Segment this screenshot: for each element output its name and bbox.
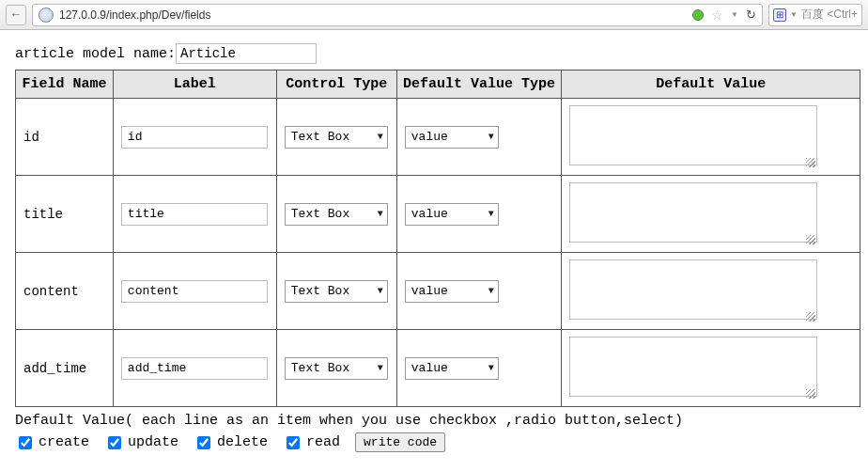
table-row: idText Box▼value▼ — [16, 99, 860, 176]
table-header-row: Field Name Label Control Type Default Va… — [16, 71, 860, 99]
default-value-type-select[interactable]: value▼ — [405, 203, 499, 226]
url-bar-right: ☆ ▼ ↻ — [692, 8, 756, 23]
field-name-cell: add_time — [16, 330, 114, 407]
default-value-type-value: value — [411, 207, 448, 221]
field-name-cell: title — [16, 176, 114, 253]
header-default-value-type: Default Value Type — [396, 71, 561, 99]
search-placeholder: 百度 <Ctrl+ — [801, 7, 858, 23]
label-input[interactable] — [121, 357, 268, 380]
update-checkbox-label[interactable]: update — [104, 433, 178, 452]
url-text: 127.0.0.9/index.php/Dev/fields — [59, 8, 210, 22]
control-type-select[interactable]: Text Box▼ — [285, 126, 388, 149]
url-bar[interactable]: 127.0.0.9/index.php/Dev/fields ☆ ▼ ↻ — [32, 4, 763, 26]
default-value-textarea[interactable] — [569, 182, 817, 243]
control-type-cell: Text Box▼ — [276, 99, 396, 176]
model-name-row: article model name: — [15, 43, 853, 64]
default-value-type-value: value — [411, 361, 448, 375]
table-row: contentText Box▼value▼ — [16, 253, 860, 330]
control-type-cell: Text Box▼ — [276, 176, 396, 253]
default-value-type-select[interactable]: value▼ — [405, 280, 499, 303]
header-label: Label — [113, 71, 276, 99]
create-checkbox-label[interactable]: create — [15, 433, 89, 452]
default-value-type-value: value — [411, 284, 448, 298]
control-type-select[interactable]: Text Box▼ — [285, 357, 388, 380]
page-body: article model name: Field Name Label Con… — [0, 30, 868, 465]
chevron-down-icon: ▼ — [488, 132, 494, 142]
label-input[interactable] — [121, 203, 268, 226]
chevron-down-icon: ▼ — [488, 286, 494, 296]
bookmark-icon[interactable]: ☆ — [711, 8, 723, 23]
default-value-cell — [562, 253, 860, 330]
control-type-cell: Text Box▼ — [276, 330, 396, 407]
field-name-cell: id — [16, 99, 114, 176]
chevron-down-icon: ▼ — [488, 363, 494, 373]
update-text: update — [128, 434, 178, 450]
label-cell — [113, 330, 276, 407]
checkbox-row: create update delete read write code — [15, 432, 853, 452]
browser-toolbar: ← 127.0.0.9/index.php/Dev/fields ☆ ▼ ↻ ⊞… — [0, 0, 868, 30]
default-value-type-cell: value▼ — [396, 253, 561, 330]
header-field-name: Field Name — [16, 71, 114, 99]
label-input[interactable] — [121, 280, 268, 303]
chevron-down-icon: ▼ — [378, 209, 383, 219]
delete-checkbox-label[interactable]: delete — [194, 433, 268, 452]
fields-table: Field Name Label Control Type Default Va… — [15, 70, 860, 407]
chevron-down-icon: ▼ — [488, 209, 494, 219]
table-row: add_timeText Box▼value▼ — [16, 330, 860, 407]
default-value-type-value: value — [411, 130, 448, 144]
control-type-cell: Text Box▼ — [276, 253, 396, 330]
default-value-cell — [562, 330, 860, 407]
read-checkbox[interactable] — [287, 436, 300, 449]
default-value-type-cell: value▼ — [396, 330, 561, 407]
default-value-textarea[interactable] — [569, 259, 817, 320]
status-icon — [692, 9, 704, 21]
read-text: read — [306, 434, 340, 450]
search-bar[interactable]: ⊞ ▼ 百度 <Ctrl+ — [768, 4, 862, 26]
model-name-input[interactable] — [176, 43, 317, 64]
control-type-value: Text Box — [291, 207, 349, 221]
default-value-type-select[interactable]: value▼ — [405, 126, 499, 149]
create-text: create — [39, 434, 89, 450]
control-type-select[interactable]: Text Box▼ — [285, 280, 388, 303]
control-type-select[interactable]: Text Box▼ — [285, 203, 388, 226]
default-value-hint: Default Value( each line as an item when… — [15, 413, 853, 429]
read-checkbox-label[interactable]: read — [283, 433, 340, 452]
model-name-label: article model name: — [15, 46, 176, 62]
globe-icon — [39, 8, 54, 23]
default-value-textarea[interactable] — [569, 105, 817, 165]
label-cell — [113, 99, 276, 176]
label-cell — [113, 176, 276, 253]
label-input[interactable] — [121, 126, 268, 149]
default-value-cell — [562, 99, 860, 176]
create-checkbox[interactable] — [19, 436, 32, 449]
default-value-cell — [562, 176, 860, 253]
back-button[interactable]: ← — [6, 5, 26, 25]
default-value-textarea[interactable] — [569, 337, 817, 397]
update-checkbox[interactable] — [108, 436, 121, 449]
chevron-down-icon: ▼ — [378, 363, 383, 373]
label-cell — [113, 253, 276, 330]
search-dropdown-icon[interactable]: ▼ — [790, 10, 798, 19]
header-control-type: Control Type — [276, 71, 396, 99]
table-row: titleText Box▼value▼ — [16, 176, 860, 253]
delete-text: delete — [217, 434, 268, 450]
chevron-down-icon: ▼ — [378, 286, 383, 296]
header-default-value: Default Value — [562, 71, 860, 99]
default-value-type-cell: value▼ — [396, 176, 561, 253]
write-code-button[interactable]: write code — [355, 432, 445, 452]
delete-checkbox[interactable] — [197, 436, 210, 449]
control-type-value: Text Box — [291, 361, 349, 375]
baidu-icon: ⊞ — [773, 8, 786, 22]
default-value-type-cell: value▼ — [396, 99, 561, 176]
field-name-cell: content — [16, 253, 114, 330]
default-value-type-select[interactable]: value▼ — [405, 357, 499, 380]
reload-icon[interactable]: ↻ — [746, 8, 756, 22]
chevron-down-icon: ▼ — [378, 132, 383, 142]
dropdown-icon[interactable]: ▼ — [731, 10, 738, 19]
control-type-value: Text Box — [291, 284, 349, 298]
control-type-value: Text Box — [291, 130, 349, 144]
